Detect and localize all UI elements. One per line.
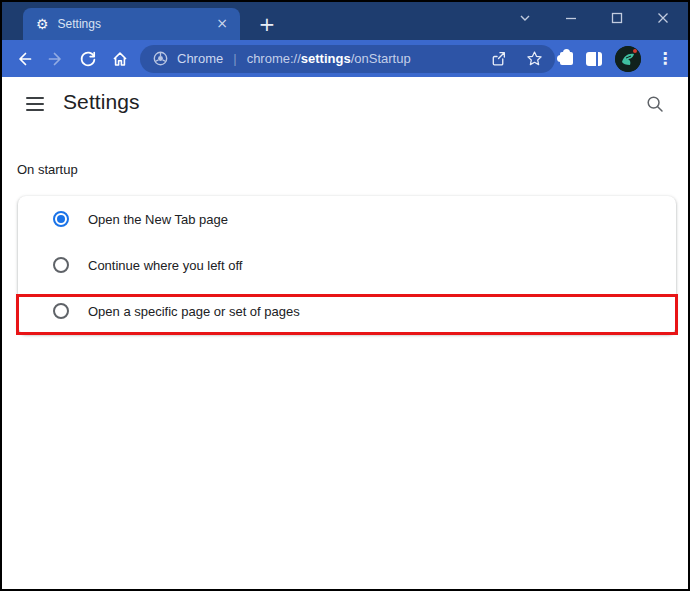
- new-tab-button[interactable]: +: [253, 10, 281, 38]
- tab-title: Settings: [58, 17, 213, 31]
- tab-settings[interactable]: ⚙ Settings ×: [23, 8, 240, 40]
- minimize-button[interactable]: [548, 2, 594, 34]
- refresh-icon[interactable]: [76, 47, 100, 71]
- url-scheme: chrome://: [247, 51, 301, 66]
- chrome-logo-icon: [153, 51, 168, 66]
- avatar-status-dot: [633, 49, 637, 53]
- settings-gear-icon: ⚙: [36, 17, 49, 31]
- url-highlight: settings: [301, 51, 351, 66]
- option-label: Open the New Tab page: [88, 212, 228, 227]
- option-label: Continue where you left off: [88, 258, 242, 273]
- forward-icon[interactable]: [44, 47, 68, 71]
- option-label: Open a specific page or set of pages: [88, 304, 300, 319]
- bookmark-star-icon[interactable]: [526, 50, 543, 67]
- url-separator: |: [233, 51, 236, 66]
- share-icon[interactable]: [490, 50, 507, 67]
- section-label-on-startup: On startup: [17, 162, 78, 177]
- tab-strip: ⚙ Settings × +: [2, 2, 688, 40]
- side-panel-icon[interactable]: [586, 52, 602, 66]
- nav-buttons: [12, 47, 132, 71]
- radio-unselected-icon[interactable]: [53, 303, 69, 319]
- chevron-down-icon[interactable]: [502, 2, 548, 34]
- option-continue-where-left-off[interactable]: Continue where you left off: [18, 242, 676, 288]
- option-open-specific-pages[interactable]: Open a specific page or set of pages: [18, 288, 676, 334]
- back-icon[interactable]: [12, 47, 36, 71]
- extensions-puzzle-icon[interactable]: [560, 52, 573, 65]
- radio-unselected-icon[interactable]: [53, 257, 69, 273]
- menu-kebab-icon[interactable]: ⋮: [654, 49, 676, 68]
- option-open-new-tab-page[interactable]: Open the New Tab page: [18, 196, 676, 242]
- tab-close-icon[interactable]: ×: [213, 15, 231, 33]
- url-text: chrome://settings/onStartup: [247, 51, 411, 66]
- page-title: Settings: [63, 90, 140, 114]
- main-menu-hamburger-icon[interactable]: [26, 97, 44, 111]
- browser-toolbar: Chrome | chrome://settings/onStartup: [2, 40, 688, 77]
- window-controls: [502, 2, 686, 34]
- close-button[interactable]: [640, 2, 686, 34]
- settings-page: Settings On startup Open the New Tab pag…: [2, 77, 688, 589]
- radio-selected-icon[interactable]: [53, 211, 69, 227]
- address-bar[interactable]: Chrome | chrome://settings/onStartup: [140, 45, 555, 73]
- url-path: /onStartup: [351, 51, 411, 66]
- toolbar-right-actions: ⋮: [560, 46, 676, 72]
- browser-window: ⚙ Settings × +: [0, 0, 690, 591]
- search-icon[interactable]: [645, 94, 665, 114]
- home-icon[interactable]: [108, 47, 132, 71]
- profile-avatar[interactable]: [615, 46, 641, 72]
- site-label: Chrome: [177, 51, 223, 66]
- on-startup-card: Open the New Tab page Continue where you…: [18, 196, 676, 334]
- maximize-button[interactable]: [594, 2, 640, 34]
